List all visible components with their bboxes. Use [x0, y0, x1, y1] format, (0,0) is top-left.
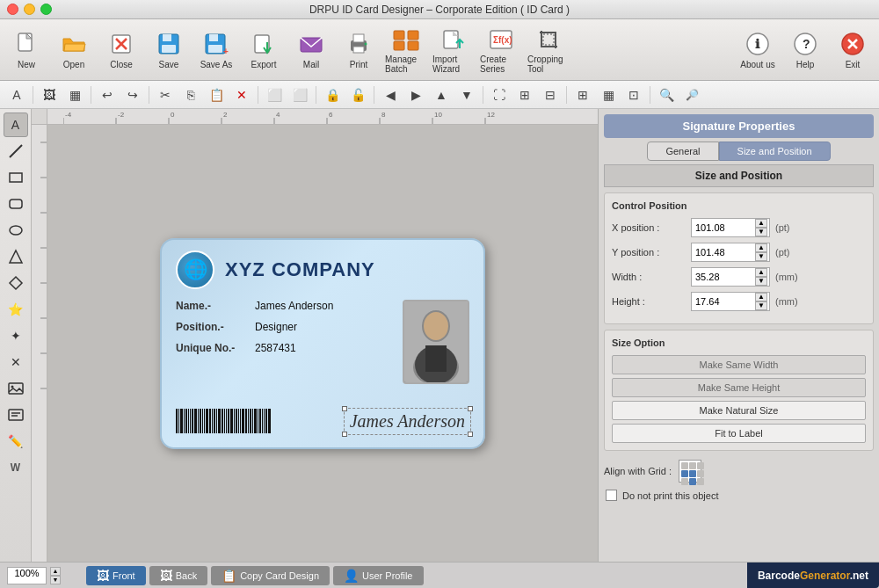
- handle-bl[interactable]: [342, 432, 347, 437]
- triangle-tool[interactable]: [4, 244, 28, 269]
- table-btn[interactable]: ▦: [597, 83, 620, 106]
- x-position-field[interactable]: [695, 222, 755, 233]
- front-tab-label: Front: [113, 570, 135, 581]
- about-button[interactable]: ℹ About us: [735, 23, 781, 77]
- save-button[interactable]: Save: [146, 23, 192, 77]
- align-grid-control[interactable]: [679, 460, 701, 483]
- batch-button[interactable]: Manage Batch: [383, 23, 429, 77]
- make-natural-size-btn[interactable]: Make Natural Size: [612, 401, 866, 420]
- text-tool-btn[interactable]: A: [5, 83, 28, 106]
- x-spin-down[interactable]: ▼: [755, 228, 767, 236]
- help-button[interactable]: ? Help: [782, 23, 828, 77]
- maximize-window-btn[interactable]: [40, 4, 52, 15]
- close-window-btn[interactable]: [7, 4, 18, 15]
- unlock-btn[interactable]: 🔓: [346, 83, 369, 106]
- align-h-btn[interactable]: ⊞: [513, 83, 536, 106]
- open-icon: [60, 30, 88, 58]
- height-spin-down[interactable]: ▼: [755, 301, 767, 310]
- x-spin-up[interactable]: ▲: [755, 219, 767, 228]
- svg-point-41: [11, 386, 13, 388]
- zoom-out-btn[interactable]: 🔎: [680, 83, 703, 106]
- paste-btn[interactable]: 📋: [205, 83, 228, 106]
- profile-tab[interactable]: 👤 User Profile: [333, 566, 423, 585]
- tab-size-position[interactable]: Size and Position: [719, 142, 831, 161]
- close-button[interactable]: Close: [98, 23, 144, 77]
- grid-btn[interactable]: ⊞: [571, 83, 594, 106]
- import-button[interactable]: Import Wizard: [431, 23, 476, 77]
- handle-br[interactable]: [468, 432, 473, 437]
- width-input-box[interactable]: ▲ ▼: [691, 267, 770, 287]
- rounded-rect-tool[interactable]: [4, 192, 28, 216]
- arrow-up-btn[interactable]: ▲: [430, 83, 453, 106]
- y-spin-up[interactable]: ▲: [755, 243, 767, 252]
- pen-tool[interactable]: ✏️: [4, 429, 28, 454]
- copy-tab-icon: 📋: [222, 569, 236, 583]
- star-tool[interactable]: ⭐: [4, 297, 28, 322]
- minimize-window-btn[interactable]: [24, 4, 35, 15]
- handle-tl[interactable]: [342, 406, 347, 411]
- zoom-spin-up[interactable]: ▲: [50, 567, 61, 576]
- y-position-input-box[interactable]: ▲ ▼: [691, 243, 770, 262]
- crop-button[interactable]: Cropping Tool: [526, 23, 571, 77]
- back-tab[interactable]: 🖼 Back: [149, 566, 207, 585]
- y-spin-down[interactable]: ▼: [755, 252, 767, 261]
- svg-text:4: 4: [276, 111, 280, 119]
- fit-to-label-btn[interactable]: Fit to Label: [612, 424, 866, 443]
- ellipse-tool[interactable]: [4, 218, 28, 243]
- card-signature-container: James Anderson: [344, 408, 471, 435]
- width-field[interactable]: [695, 272, 755, 282]
- copy-btn[interactable]: ⎘: [179, 83, 202, 106]
- height-input-box[interactable]: ▲ ▼: [691, 292, 770, 311]
- width-spin-down[interactable]: ▼: [755, 277, 767, 286]
- tab-general[interactable]: General: [647, 142, 718, 161]
- move-center-btn[interactable]: ⛶: [488, 83, 511, 106]
- move-next-btn[interactable]: ⬜: [288, 83, 311, 106]
- lock-btn[interactable]: 🔒: [321, 83, 344, 106]
- saveas-button[interactable]: + Save As: [193, 23, 239, 77]
- arrow-down-btn[interactable]: ▼: [455, 83, 478, 106]
- front-tab[interactable]: 🖼 Front: [86, 566, 146, 585]
- open-button[interactable]: Open: [51, 23, 97, 77]
- align-v-btn[interactable]: ⊟: [539, 83, 562, 106]
- undo-btn[interactable]: ↩: [96, 83, 119, 106]
- barcode-tool-btn[interactable]: ▦: [63, 83, 86, 106]
- diamond-tool[interactable]: [4, 271, 28, 295]
- print-button[interactable]: Print: [336, 23, 381, 77]
- print-icon: [345, 30, 373, 58]
- grid-cell-4: [681, 470, 688, 477]
- series-button[interactable]: Σf(x) Create Series: [478, 23, 524, 77]
- handle-tr[interactable]: [468, 406, 473, 411]
- canvas-content[interactable]: 🌐 XYZ COMPANY Name.- James Anderson Posi…: [47, 125, 598, 562]
- x-position-input-box[interactable]: ▲ ▼: [691, 218, 770, 237]
- height-field[interactable]: [695, 296, 755, 307]
- image-tool[interactable]: [4, 376, 28, 401]
- arrow-left-btn[interactable]: ◀: [379, 83, 402, 106]
- delete-btn[interactable]: ✕: [230, 83, 253, 106]
- exit-button[interactable]: Exit: [830, 23, 875, 77]
- image-tool-btn[interactable]: 🖼: [38, 83, 61, 106]
- new-button[interactable]: New: [4, 23, 49, 77]
- arrow-tool[interactable]: ✕: [4, 350, 28, 374]
- zoom-spin-down[interactable]: ▼: [50, 576, 61, 584]
- cross-tool[interactable]: ✦: [4, 323, 28, 348]
- copy-tab[interactable]: 📋 Copy Card Design: [211, 566, 330, 585]
- line-tool[interactable]: [4, 139, 28, 163]
- word-art-tool[interactable]: W: [4, 455, 28, 480]
- noprint-checkbox[interactable]: [606, 490, 617, 501]
- move-prev-btn[interactable]: ⬜: [263, 83, 286, 106]
- mail-button[interactable]: Mail: [288, 23, 334, 77]
- zoom-display[interactable]: 100%: [7, 567, 47, 584]
- height-spin-up[interactable]: ▲: [755, 293, 767, 301]
- arrow-right-btn[interactable]: ▶: [404, 83, 427, 106]
- y-position-field[interactable]: [695, 247, 755, 258]
- rect-tool[interactable]: [4, 165, 28, 190]
- export-button[interactable]: Export: [241, 23, 287, 77]
- cut-btn[interactable]: ✂: [154, 83, 177, 106]
- fit-btn[interactable]: ⊡: [622, 83, 645, 106]
- width-spin-up[interactable]: ▲: [755, 268, 767, 277]
- redo-btn[interactable]: ↪: [121, 83, 144, 106]
- text-tool[interactable]: [4, 403, 28, 427]
- field-value-name: James Anderson: [255, 300, 333, 312]
- select-tool[interactable]: A: [4, 113, 28, 137]
- zoom-in-btn[interactable]: 🔍: [655, 83, 678, 106]
